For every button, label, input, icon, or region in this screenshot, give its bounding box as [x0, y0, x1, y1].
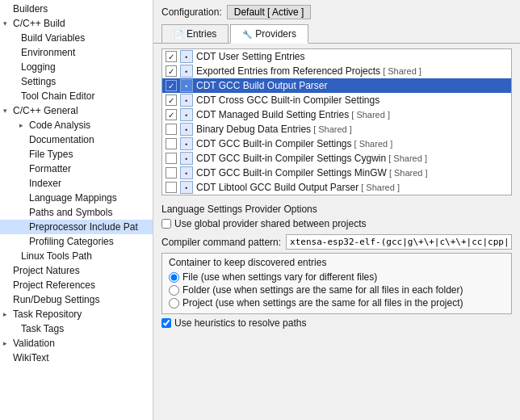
sidebar-item-environment[interactable]: Environment — [0, 45, 153, 60]
sidebar-item-task-tags[interactable]: Task Tags — [0, 321, 153, 336]
sidebar-item-documentation[interactable]: Documentation — [0, 132, 153, 147]
entry-icon-7: ▪ — [180, 152, 193, 165]
sidebar-item-settings[interactable]: Settings — [0, 74, 153, 89]
entry-checkbox-8[interactable] — [166, 167, 177, 178]
entry-checkbox-6[interactable] — [166, 138, 177, 149]
compiler-pattern-label: Compiler command pattern: — [161, 237, 281, 248]
sidebar-item-profiling-categories[interactable]: Profiling Categories — [0, 234, 153, 249]
sidebar-item-wikitext[interactable]: WikiText — [0, 351, 153, 365]
sidebar-label-linux-tools-path: Linux Tools Path — [21, 250, 92, 262]
entry-label-1: Exported Entries from Referenced Project… — [196, 65, 421, 77]
entry-checkbox-9[interactable] — [166, 182, 177, 193]
sidebar-label-tool-chain-editor: Tool Chain Editor — [21, 90, 94, 102]
global-provider-row: Use global provider shared between proje… — [161, 218, 512, 229]
heuristics-label: Use heuristics to resolve paths — [174, 317, 306, 329]
sidebar-label-indexer: Indexer — [29, 178, 61, 189]
entry-checkbox-1[interactable] — [166, 65, 177, 77]
sidebar-item-run-debug-settings[interactable]: Run/Debug Settings — [0, 292, 153, 307]
sidebar-item-logging[interactable]: Logging — [0, 60, 153, 74]
global-provider-label: Use global provider shared between proje… — [174, 218, 366, 229]
sidebar-item-file-types[interactable]: File Types — [0, 147, 153, 162]
sidebar-label-language-mappings: Language Mappings — [29, 192, 117, 204]
heuristics-row: Use heuristics to resolve paths — [161, 317, 512, 329]
entry-shared-5: [ Shared ] — [311, 124, 352, 134]
sidebar-item-project-references[interactable]: Project References — [0, 278, 153, 292]
sidebar-item-cpp-general[interactable]: C/C++ General — [0, 103, 153, 118]
heuristics-checkbox[interactable] — [161, 318, 171, 328]
entry-icon-8: ▪ — [180, 166, 193, 179]
entry-icon-2: ▪ — [180, 79, 193, 92]
sidebar-label-task-tags: Task Tags — [21, 323, 64, 334]
sidebar-label-project-references: Project References — [13, 279, 95, 291]
sidebar: BuildersC/C++ BuildBuild VariablesEnviro… — [0, 0, 153, 420]
sidebar-item-formatter[interactable]: Formatter — [0, 162, 153, 176]
sidebar-item-builders[interactable]: Builders — [0, 2, 153, 16]
radio-option-2[interactable] — [169, 298, 179, 309]
entry-row-4[interactable]: ▪CDT Managed Build Setting Entries [ Sha… — [162, 107, 511, 122]
entry-row-0[interactable]: ▪CDT User Setting Entries — [162, 49, 511, 64]
sidebar-item-indexer[interactable]: Indexer — [0, 176, 153, 191]
sidebar-item-project-natures[interactable]: Project Natures — [0, 263, 153, 278]
compiler-pattern-input[interactable] — [286, 234, 512, 250]
sidebar-label-build-variables: Build Variables — [21, 32, 85, 44]
entry-shared-6: [ Shared ] — [352, 139, 393, 149]
sidebar-label-cpp-build: C/C++ Build — [13, 18, 65, 29]
sidebar-label-settings: Settings — [21, 76, 56, 87]
entry-row-6[interactable]: ▪CDT GCC Built-in Compiler Settings [ Sh… — [162, 136, 511, 151]
sidebar-item-paths-and-symbols[interactable]: Paths and Symbols — [0, 205, 153, 220]
sidebar-item-task-repository[interactable]: Task Repository — [0, 307, 153, 321]
tab-providers[interactable]: 🔧 Providers — [230, 24, 308, 44]
sidebar-label-file-types: File Types — [29, 149, 73, 160]
entry-checkbox-5[interactable] — [166, 124, 177, 135]
entry-row-5[interactable]: ▪Binary Debug Data Entries [ Shared ] — [162, 122, 511, 136]
sidebar-item-linux-tools-path[interactable]: Linux Tools Path — [0, 249, 153, 263]
sidebar-label-task-repository: Task Repository — [13, 309, 82, 320]
entry-checkbox-4[interactable] — [166, 109, 177, 120]
sidebar-item-cpp-build[interactable]: C/C++ Build — [0, 16, 153, 31]
sidebar-label-documentation: Documentation — [29, 134, 94, 145]
radio-label-1: Folder (use when settings are the same f… — [182, 284, 463, 296]
radio-label-0: File (use when settings vary for differe… — [182, 271, 377, 283]
tab-entries[interactable]: 📄 Entries — [161, 24, 229, 43]
sidebar-label-project-natures: Project Natures — [13, 265, 80, 276]
entry-label-5: Binary Debug Data Entries [ Shared ] — [196, 124, 352, 135]
entry-checkbox-3[interactable] — [166, 94, 177, 106]
entry-row-8[interactable]: ▪CDT GCC Built-in Compiler Settings MinG… — [162, 166, 511, 180]
entry-row-9[interactable]: ▪CDT Libtool GCC Build Output Parser [ S… — [162, 180, 511, 195]
entry-row-2[interactable]: ▪CDT GCC Build Output Parser — [162, 78, 511, 93]
radio-option-1[interactable] — [169, 285, 179, 296]
radio-option-0[interactable] — [169, 272, 179, 283]
entry-shared-4: [ Shared ] — [349, 110, 390, 120]
sidebar-item-preprocessor-include[interactable]: Preprocessor Include Pat — [0, 220, 153, 234]
entry-row-1[interactable]: ▪Exported Entries from Referenced Projec… — [162, 64, 511, 78]
sidebar-item-code-analysis[interactable]: Code Analysis — [0, 118, 153, 132]
entry-row-3[interactable]: ▪CDT Cross GCC Built-in Compiler Setting… — [162, 93, 511, 107]
entry-shared-1: [ Shared ] — [380, 66, 421, 76]
sidebar-item-tool-chain-editor[interactable]: Tool Chain Editor — [0, 89, 153, 103]
entry-shared-7: [ Shared ] — [386, 153, 427, 163]
sidebar-item-build-variables[interactable]: Build Variables — [0, 31, 153, 45]
entry-label-3: CDT Cross GCC Built-in Compiler Settings — [196, 94, 380, 106]
radio-row-1: Folder (use when settings are the same f… — [169, 284, 505, 296]
entry-checkbox-2[interactable] — [166, 80, 177, 91]
sidebar-label-validation: Validation — [13, 338, 55, 349]
entry-checkbox-0[interactable] — [166, 51, 177, 62]
sidebar-label-formatter: Formatter — [29, 163, 71, 174]
entry-checkbox-7[interactable] — [166, 153, 177, 164]
sidebar-item-language-mappings[interactable]: Language Mappings — [0, 191, 153, 205]
sidebar-item-validation[interactable]: Validation — [0, 336, 153, 351]
entry-label-9: CDT Libtool GCC Build Output Parser [ Sh… — [196, 182, 400, 193]
entry-shared-9: [ Shared ] — [359, 183, 400, 192]
entry-icon-6: ▪ — [180, 137, 193, 150]
entry-label-2: CDT GCC Build Output Parser — [196, 80, 328, 91]
sidebar-label-profiling-categories: Profiling Categories — [29, 236, 114, 247]
compiler-pattern-row: Compiler command pattern: — [161, 234, 512, 250]
global-provider-checkbox[interactable] — [161, 219, 171, 229]
entry-label-4: CDT Managed Build Setting Entries [ Shar… — [196, 109, 390, 120]
container-title: Container to keep discovered entries — [169, 257, 505, 268]
entry-row-7[interactable]: ▪CDT GCC Built-in Compiler Settings Cygw… — [162, 151, 511, 166]
entry-label-7: CDT GCC Built-in Compiler Settings Cygwi… — [196, 153, 427, 164]
entry-icon-4: ▪ — [180, 108, 193, 121]
config-button[interactable]: Default [ Active ] — [227, 5, 312, 19]
providers-tab-icon: 🔧 — [242, 30, 252, 39]
